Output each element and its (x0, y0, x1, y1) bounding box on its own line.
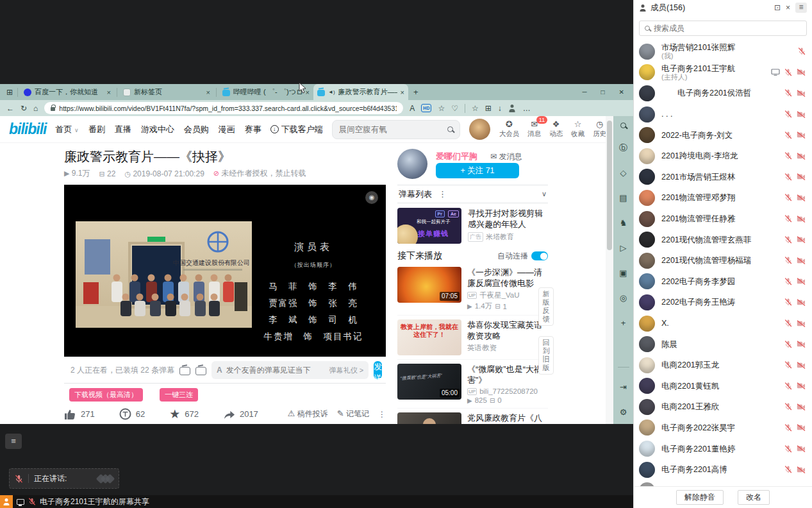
tab-close-icon[interactable]: × (107, 89, 111, 96)
member-row[interactable]: 陈晨 (634, 334, 812, 355)
tab-new-tab[interactable]: 新标签页 × (119, 84, 214, 100)
related-uploader[interactable]: 英语教资 (467, 343, 548, 353)
unmute-button[interactable]: 解除静音 (676, 490, 724, 505)
tab-close-icon[interactable]: × (401, 89, 404, 96)
share-button[interactable]: 2017 (223, 409, 258, 419)
report-link[interactable]: ⚠ 稿件投诉 (288, 409, 328, 419)
nav-game-center[interactable]: 游戏中心 (141, 124, 174, 135)
member-row[interactable]: 电商2201郭玉龙 (634, 355, 812, 376)
more-options-icon[interactable]: ⋮ (438, 189, 447, 199)
member-row[interactable]: 2201现代物流管理玄燕菲 (634, 229, 812, 250)
search-icon[interactable] (447, 126, 453, 132)
member-row[interactable]: 电商2201黄钰凯 (634, 376, 812, 397)
scrollbar-thumb[interactable] (607, 121, 612, 250)
up-next-item[interactable]: 07:05 《一步深渊》——清廉反腐宣传微电影 UP 千夜星_VaU ▶1.4万… (397, 263, 548, 316)
menu-feed[interactable]: ❖动态 (549, 120, 563, 139)
member-row[interactable]: 市场营销2101张照辉 (我) (634, 41, 812, 62)
note-link[interactable]: ✎ 记笔记 (337, 409, 369, 419)
nav-download-client[interactable]: ↓ 下载客户端 (270, 124, 323, 135)
related-video-title[interactable]: 恭喜你发现宝藏英语教资攻略 (467, 319, 548, 341)
tab-bilibili-video-active[interactable]: ◄) 廉政警示教育片——《抉择 × (313, 84, 408, 100)
back-icon[interactable]: ← (6, 104, 14, 113)
related-uploader[interactable]: UP 千夜星_VaU (467, 291, 548, 300)
menu-history[interactable]: ◷历史 (593, 120, 606, 139)
media-hd-indicator-icon[interactable]: HD (421, 104, 431, 112)
related-video-title[interactable]: 《“微腐败”也是“大祸害”》 (467, 364, 548, 385)
favorites-icon[interactable]: ☆ (472, 104, 479, 113)
download-video-button[interactable]: 下载视频（最高清） (69, 388, 143, 402)
page-scrollbar[interactable] (606, 116, 613, 424)
downloads-icon[interactable]: ↓ (498, 104, 502, 113)
mini-player-icon[interactable]: ◉ (365, 191, 378, 204)
tab-audio-icon[interactable]: ◄) (328, 89, 335, 95)
like-button[interactable]: 271 (64, 409, 95, 420)
member-search-input[interactable] (654, 24, 801, 33)
screenshot-icon[interactable]: ▣ (619, 268, 627, 278)
tab-close-icon[interactable]: × (306, 89, 310, 96)
uploader-name[interactable]: 爱哪们平胸 (436, 151, 477, 162)
menu-messages[interactable]: 11✉消息 (527, 120, 541, 139)
autoplay-toggle[interactable] (531, 251, 548, 260)
copilot-icon[interactable]: ⓑ (619, 143, 627, 153)
window-minimize-button[interactable]: ─ (582, 89, 586, 96)
open-sidebar-icon[interactable]: ⇥ (620, 382, 627, 393)
danmaku-input-box[interactable]: A 弹幕礼仪 > (211, 361, 369, 379)
follow-button[interactable]: + 关注 71 (436, 163, 519, 178)
member-row[interactable]: 2201市场营销王煜林 (634, 167, 812, 188)
danmaku-display-icon[interactable] (179, 367, 190, 375)
member-row[interactable]: 电子商务2201高博 (634, 459, 812, 480)
member-list[interactable]: 市场营销2101张照辉 (我) (634, 40, 812, 486)
home-icon[interactable]: ⌂ (33, 104, 38, 113)
menu-favorites[interactable]: ☆收藏 (571, 120, 584, 139)
member-row[interactable]: . . . (634, 104, 812, 125)
shopping-icon[interactable]: ◇ (620, 168, 627, 178)
uploader-avatar[interactable] (397, 149, 427, 179)
danmaku-list-panel[interactable]: 弹幕列表 ⋮ ∨ (397, 185, 548, 203)
window-maximize-button[interactable]: □ (601, 89, 605, 96)
coin-button[interactable]: 62 (119, 408, 145, 420)
performance-icon[interactable]: ▷ (620, 243, 627, 253)
member-row[interactable]: 2022-电子商务-刘文 (634, 124, 812, 146)
popout-panel-icon[interactable]: ⊡ (774, 3, 781, 12)
triple-action-button[interactable]: 一键三连 (160, 388, 198, 402)
more-actions-icon[interactable]: ⋮ (378, 410, 386, 419)
more-menu-icon[interactable]: … (523, 104, 531, 113)
member-row[interactable] (634, 480, 812, 486)
member-row[interactable]: 2201物流管理邓梦翔 (634, 187, 812, 208)
nav-manga[interactable]: 漫画 (219, 124, 235, 135)
games-icon[interactable]: ♞ (620, 218, 627, 228)
new-version-feedback-tab[interactable]: 新版反馈 (538, 287, 554, 326)
member-row[interactable]: 2202电子商务李梦园 (634, 271, 812, 292)
expand-chevron-icon[interactable]: ∨ (542, 190, 547, 198)
danmaku-etiquette-link[interactable]: 弹幕礼仪 > (329, 366, 363, 375)
member-list-icon[interactable] (0, 495, 13, 508)
nav-bangumi[interactable]: 番剧 (88, 124, 105, 135)
layout-list-button[interactable]: ≡ (5, 434, 22, 449)
bilibili-logo[interactable]: bilibili (9, 121, 46, 138)
ad-card[interactable]: Pr Ae 和我一起剪片子 接单赚钱 寻找开封对影视剪辑感兴趣的年轻人 广告 米… (397, 208, 548, 245)
send-message-link[interactable]: ✉ 发消息 (490, 151, 522, 162)
close-panel-icon[interactable]: × (786, 3, 790, 12)
tab-bilibili-home[interactable]: 哔哩哔哩 ( ゜- ゜)つロ 干杯~-bili × (219, 84, 313, 100)
ad-title[interactable]: 寻找开封对影视剪辑感兴趣的年轻人 (468, 208, 548, 230)
tab-baidu[interactable]: 百度一下，你就知道 × (20, 84, 115, 100)
window-close-button[interactable]: ✕ (619, 89, 624, 96)
danmaku-font-icon[interactable]: A (217, 366, 222, 375)
tab-close-icon[interactable]: × (206, 89, 210, 96)
read-aloud-icon[interactable]: A (410, 104, 415, 113)
bilibili-search-box[interactable] (332, 120, 460, 139)
related-video-title[interactable]: 党风廉政教育片《八小时之外》 (467, 412, 548, 424)
member-row[interactable]: 2201物流管理任静雅 (634, 208, 812, 230)
menu-vip[interactable]: ✪大会员 (499, 120, 520, 139)
danmaku-input[interactable] (226, 366, 326, 375)
add-sidebar-item-icon[interactable]: + (621, 318, 626, 328)
add-favorite-icon[interactable]: ☆ (438, 104, 445, 113)
notifications-icon[interactable]: ◎ (620, 293, 627, 303)
up-next-item[interactable]: 19:56 党风廉政教育片《八小时之外》 UP 法号搬运 ▶8.0万 ⊟26 (397, 409, 548, 424)
related-video-title[interactable]: 《一步深渊》——清廉反腐宣传微电影 (467, 267, 548, 289)
browser-essentials-icon[interactable]: ♡ (451, 104, 458, 113)
up-next-item[interactable]: “微腐败”也是“大祸害” 05:00 《“微腐败”也是“大祸害”》 UP bil… (397, 360, 548, 409)
member-row[interactable]: 电子商务2101王宇航 (主持人) (634, 62, 812, 83)
tab-actions-menu-icon[interactable]: ⊞ (4, 88, 15, 97)
danmaku-send-button[interactable]: 发送 (374, 361, 382, 379)
